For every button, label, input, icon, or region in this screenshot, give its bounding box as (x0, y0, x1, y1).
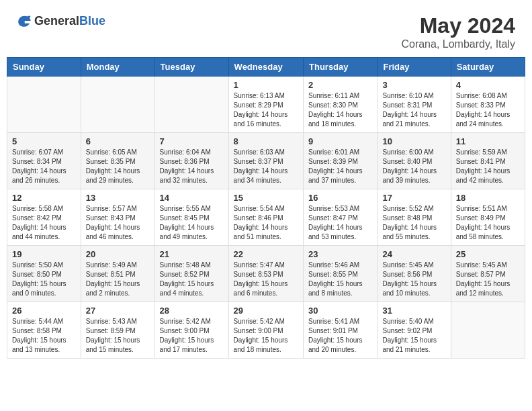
day-info: Sunrise: 6:08 AMSunset: 8:33 PMDaylight:… (456, 92, 511, 128)
day-number: 29 (234, 306, 298, 316)
day-info: Sunrise: 5:46 AMSunset: 8:55 PMDaylight:… (308, 261, 363, 297)
day-info: Sunrise: 5:42 AMSunset: 9:00 PMDaylight:… (234, 318, 288, 353)
week-row-4: 19Sunrise: 5:50 AMSunset: 8:50 PMDayligh… (7, 246, 525, 302)
day-number: 30 (308, 306, 372, 316)
location-title: Corana, Lombardy, Italy (401, 38, 515, 50)
week-row-1: 1Sunrise: 6:13 AMSunset: 8:29 PMDaylight… (7, 77, 525, 133)
calendar-cell: 10Sunrise: 6:00 AMSunset: 8:40 PMDayligh… (378, 133, 451, 189)
day-info: Sunrise: 5:40 AMSunset: 9:02 PMDaylight:… (382, 318, 437, 353)
day-info: Sunrise: 5:45 AMSunset: 8:57 PMDaylight:… (456, 261, 511, 297)
page-header: GeneralBlue May 2024 Corana, Lombardy, I… (7, 7, 525, 54)
calendar-cell (7, 77, 81, 133)
calendar-cell: 8Sunrise: 6:03 AMSunset: 8:37 PMDaylight… (228, 133, 303, 189)
weekday-header-monday: Monday (81, 58, 154, 77)
day-number: 25 (456, 249, 520, 259)
day-number: 15 (234, 193, 298, 203)
day-info: Sunrise: 5:42 AMSunset: 9:00 PMDaylight:… (160, 318, 214, 353)
day-info: Sunrise: 6:04 AMSunset: 8:36 PMDaylight:… (160, 148, 214, 184)
logo-text: GeneralBlue (34, 14, 105, 28)
calendar-cell: 31Sunrise: 5:40 AMSunset: 9:02 PMDayligh… (378, 302, 451, 359)
day-info: Sunrise: 5:48 AMSunset: 8:52 PMDaylight:… (160, 261, 214, 297)
calendar-cell: 15Sunrise: 5:54 AMSunset: 8:46 PMDayligh… (228, 189, 303, 246)
weekday-header-friday: Friday (378, 58, 451, 77)
weekday-header-thursday: Thursday (304, 58, 378, 77)
weekday-header-wednesday: Wednesday (228, 58, 303, 77)
day-number: 16 (308, 193, 372, 203)
day-number: 1 (234, 80, 298, 90)
day-info: Sunrise: 5:47 AMSunset: 8:53 PMDaylight:… (234, 261, 288, 297)
day-info: Sunrise: 5:45 AMSunset: 8:56 PMDaylight:… (382, 261, 437, 297)
day-info: Sunrise: 6:11 AMSunset: 8:30 PMDaylight:… (308, 92, 363, 128)
weekday-header-row: SundayMondayTuesdayWednesdayThursdayFrid… (7, 58, 525, 77)
day-info: Sunrise: 5:59 AMSunset: 8:41 PMDaylight:… (456, 148, 511, 184)
month-title: May 2024 (401, 13, 515, 38)
calendar-cell: 19Sunrise: 5:50 AMSunset: 8:50 PMDayligh… (7, 246, 81, 302)
weekday-header-tuesday: Tuesday (154, 58, 228, 77)
day-number: 27 (86, 306, 150, 316)
day-number: 20 (86, 249, 150, 259)
calendar-cell: 24Sunrise: 5:45 AMSunset: 8:56 PMDayligh… (378, 246, 451, 302)
logo-icon (17, 13, 32, 28)
day-number: 23 (308, 249, 372, 259)
day-number: 31 (382, 306, 445, 316)
day-number: 26 (12, 306, 76, 316)
day-number: 13 (86, 193, 150, 203)
day-number: 17 (382, 193, 445, 203)
day-number: 28 (160, 306, 224, 316)
day-number: 10 (382, 136, 445, 146)
day-number: 19 (12, 249, 76, 259)
week-row-2: 5Sunrise: 6:07 AMSunset: 8:34 PMDaylight… (7, 133, 525, 189)
day-number: 24 (382, 249, 445, 259)
calendar-cell: 14Sunrise: 5:55 AMSunset: 8:45 PMDayligh… (154, 189, 228, 246)
day-info: Sunrise: 6:13 AMSunset: 8:29 PMDaylight:… (234, 92, 288, 128)
day-number: 9 (308, 136, 372, 146)
day-info: Sunrise: 6:07 AMSunset: 8:34 PMDaylight:… (12, 148, 66, 184)
calendar-table: SundayMondayTuesdayWednesdayThursdayFrid… (7, 57, 525, 359)
weekday-header-saturday: Saturday (451, 58, 525, 77)
day-number: 6 (86, 136, 150, 146)
day-number: 7 (160, 136, 224, 146)
calendar-cell: 9Sunrise: 6:01 AMSunset: 8:39 PMDaylight… (304, 133, 378, 189)
calendar-cell: 7Sunrise: 6:04 AMSunset: 8:36 PMDaylight… (154, 133, 228, 189)
day-number: 14 (160, 193, 224, 203)
day-info: Sunrise: 5:52 AMSunset: 8:48 PMDaylight:… (382, 205, 437, 240)
calendar-cell: 4Sunrise: 6:08 AMSunset: 8:33 PMDaylight… (451, 77, 525, 133)
calendar-cell (154, 77, 228, 133)
calendar-cell: 5Sunrise: 6:07 AMSunset: 8:34 PMDaylight… (7, 133, 81, 189)
day-info: Sunrise: 5:58 AMSunset: 8:42 PMDaylight:… (12, 205, 66, 240)
day-number: 3 (382, 80, 445, 90)
calendar-cell: 28Sunrise: 5:42 AMSunset: 9:00 PMDayligh… (154, 302, 228, 359)
calendar-cell: 30Sunrise: 5:41 AMSunset: 9:01 PMDayligh… (304, 302, 378, 359)
day-info: Sunrise: 6:10 AMSunset: 8:31 PMDaylight:… (382, 92, 437, 128)
calendar-cell: 6Sunrise: 6:05 AMSunset: 8:35 PMDaylight… (81, 133, 154, 189)
calendar-cell: 11Sunrise: 5:59 AMSunset: 8:41 PMDayligh… (451, 133, 525, 189)
day-number: 18 (456, 193, 520, 203)
calendar-cell (451, 302, 525, 359)
calendar-cell: 25Sunrise: 5:45 AMSunset: 8:57 PMDayligh… (451, 246, 525, 302)
day-number: 8 (234, 136, 298, 146)
day-number: 12 (12, 193, 76, 203)
logo-blue: Blue (79, 14, 105, 28)
calendar-cell: 3Sunrise: 6:10 AMSunset: 8:31 PMDaylight… (378, 77, 451, 133)
calendar-cell: 1Sunrise: 6:13 AMSunset: 8:29 PMDaylight… (228, 77, 303, 133)
day-info: Sunrise: 6:03 AMSunset: 8:37 PMDaylight:… (234, 148, 288, 184)
day-info: Sunrise: 5:50 AMSunset: 8:50 PMDaylight:… (12, 261, 66, 297)
logo-general: General (34, 14, 79, 28)
calendar-cell: 17Sunrise: 5:52 AMSunset: 8:48 PMDayligh… (378, 189, 451, 246)
week-row-5: 26Sunrise: 5:44 AMSunset: 8:58 PMDayligh… (7, 302, 525, 359)
calendar-cell: 22Sunrise: 5:47 AMSunset: 8:53 PMDayligh… (228, 246, 303, 302)
calendar-cell: 2Sunrise: 6:11 AMSunset: 8:30 PMDaylight… (304, 77, 378, 133)
day-info: Sunrise: 5:51 AMSunset: 8:49 PMDaylight:… (456, 205, 511, 240)
calendar-cell: 29Sunrise: 5:42 AMSunset: 9:00 PMDayligh… (228, 302, 303, 359)
weekday-header-sunday: Sunday (7, 58, 81, 77)
day-number: 21 (160, 249, 224, 259)
calendar-cell: 20Sunrise: 5:49 AMSunset: 8:51 PMDayligh… (81, 246, 154, 302)
day-info: Sunrise: 5:41 AMSunset: 9:01 PMDaylight:… (308, 318, 363, 353)
day-number: 11 (456, 136, 520, 146)
calendar-cell: 27Sunrise: 5:43 AMSunset: 8:59 PMDayligh… (81, 302, 154, 359)
day-info: Sunrise: 5:57 AMSunset: 8:43 PMDaylight:… (86, 205, 140, 240)
title-section: May 2024 Corana, Lombardy, Italy (401, 13, 515, 50)
day-info: Sunrise: 5:44 AMSunset: 8:58 PMDaylight:… (12, 318, 66, 353)
day-info: Sunrise: 5:53 AMSunset: 8:47 PMDaylight:… (308, 205, 363, 240)
calendar-cell: 12Sunrise: 5:58 AMSunset: 8:42 PMDayligh… (7, 189, 81, 246)
